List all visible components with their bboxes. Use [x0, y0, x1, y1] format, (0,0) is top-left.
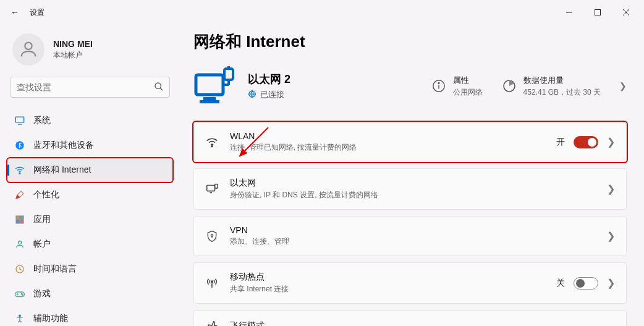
- data-usage-block[interactable]: 数据使用量 452.41 GB，过去 30 天: [501, 75, 601, 98]
- connection-name: 以太网 2: [248, 72, 290, 87]
- titlebar: ← 设置: [0, 0, 644, 25]
- svg-rect-25: [200, 100, 219, 103]
- svg-point-5: [155, 83, 161, 88]
- sidebar-item-label: 辅助功能: [33, 313, 68, 324]
- search-icon: [154, 82, 164, 93]
- card-label: 以太网: [230, 178, 378, 189]
- svg-rect-26: [224, 69, 233, 80]
- svg-point-33: [438, 83, 439, 84]
- svg-rect-36: [207, 185, 215, 191]
- profile-subtitle: 本地帐户: [53, 50, 93, 61]
- data-usage-label: 数据使用量: [523, 75, 601, 86]
- svg-point-35: [211, 145, 213, 147]
- status-main: 以太网 2 已连接: [248, 72, 290, 100]
- sidebar-item-label: 游戏: [33, 288, 51, 299]
- back-button[interactable]: ←: [4, 7, 26, 17]
- maximize-icon: [595, 9, 601, 15]
- nav-list: 系统 蓝牙和其他设备 网络和 Internet 个性化: [7, 109, 172, 326]
- apps-icon: [14, 213, 26, 226]
- chevron-right-icon: ❯: [607, 277, 615, 289]
- properties-sub: 公用网络: [453, 87, 483, 98]
- svg-rect-14: [20, 220, 23, 223]
- ethernet-icon: [205, 182, 219, 196]
- sidebar-item-label: 个性化: [33, 189, 59, 200]
- card-label: 移动热点: [230, 272, 289, 283]
- system-icon: [14, 114, 26, 127]
- avatar: [12, 33, 44, 66]
- shield-icon: [205, 229, 219, 243]
- maximize-button[interactable]: [583, 2, 612, 22]
- wlan-toggle[interactable]: [574, 136, 598, 148]
- toggle-state-label: 开: [556, 137, 565, 148]
- properties-label: 属性: [453, 75, 483, 86]
- svg-rect-11: [16, 216, 19, 219]
- connection-status: 已连接: [260, 89, 284, 100]
- card-vpn[interactable]: VPN 添加、连接、管理 ❯: [193, 216, 627, 256]
- svg-line-6: [160, 88, 163, 90]
- card-airplane[interactable]: 飞行模式: [193, 310, 627, 326]
- sidebar-item-label: 系统: [33, 115, 51, 126]
- accessibility-icon: [14, 312, 26, 325]
- clock-globe-icon: [14, 263, 26, 275]
- svg-point-15: [18, 241, 21, 244]
- sidebar-item-label: 蓝牙和其他设备: [33, 140, 94, 151]
- properties-block[interactable]: 属性 公用网络: [431, 75, 483, 98]
- sidebar-item-gaming[interactable]: 游戏: [7, 282, 172, 306]
- gamepad-icon: [14, 288, 26, 300]
- sidebar-item-time-language[interactable]: 时间和语言: [7, 257, 172, 281]
- sidebar-item-apps[interactable]: 应用: [7, 208, 172, 231]
- user-icon: [18, 39, 39, 60]
- sidebar-item-accounts[interactable]: 帐户: [7, 233, 172, 256]
- sidebar: NING MEI 本地帐户 系统 蓝牙和其他设备: [0, 25, 182, 326]
- card-hotspot[interactable]: 移动热点 共享 Internet 连接 关 ❯: [193, 262, 627, 304]
- bluetooth-icon: [14, 139, 26, 152]
- globe-icon: [248, 90, 256, 100]
- chevron-right-icon: ❯: [607, 183, 615, 195]
- page-title: 网络和 Internet: [193, 31, 627, 53]
- profile-name: NING MEI: [53, 39, 93, 49]
- svg-rect-38: [215, 184, 218, 187]
- card-wlan[interactable]: WLAN 连接, 管理已知网络, 按流量计费的网络 开 ❯: [193, 122, 627, 162]
- search-input[interactable]: [10, 77, 170, 98]
- minimize-button[interactable]: [555, 2, 583, 22]
- sidebar-item-accessibility[interactable]: 辅助功能: [7, 307, 172, 326]
- card-label: WLAN: [230, 131, 357, 141]
- close-icon: [623, 9, 629, 15]
- svg-point-21: [22, 294, 23, 296]
- sidebar-item-label: 时间和语言: [33, 264, 77, 275]
- wifi-icon: [14, 164, 26, 176]
- card-ethernet[interactable]: 以太网 身份验证, IP 和 DNS 设置, 按流量计费的网络 ❯: [193, 168, 627, 210]
- window-title: 设置: [26, 7, 44, 18]
- sidebar-item-system[interactable]: 系统: [7, 109, 172, 132]
- svg-point-39: [211, 234, 213, 236]
- svg-rect-13: [16, 220, 19, 223]
- svg-point-22: [19, 315, 21, 317]
- svg-point-10: [19, 173, 20, 174]
- minimize-icon: [566, 9, 572, 15]
- svg-rect-24: [203, 97, 216, 100]
- chevron-right-icon[interactable]: ❯: [619, 81, 627, 91]
- sidebar-item-label: 应用: [33, 214, 51, 225]
- sidebar-item-personalization[interactable]: 个性化: [7, 183, 172, 207]
- chevron-right-icon: ❯: [607, 230, 615, 242]
- svg-rect-7: [15, 117, 24, 122]
- sidebar-item-bluetooth[interactable]: 蓝牙和其他设备: [7, 134, 172, 157]
- card-sub: 连接, 管理已知网络, 按流量计费的网络: [230, 142, 357, 153]
- network-status-row: 以太网 2 已连接 属性 公用网络: [193, 66, 627, 106]
- svg-point-4: [25, 43, 32, 49]
- hotspot-toggle[interactable]: [574, 277, 598, 290]
- ethernet-status-icon: [193, 66, 235, 106]
- content-area: 网络和 Internet 以太网 2 已连接: [182, 25, 644, 326]
- card-label: 飞行模式: [230, 320, 265, 326]
- close-button[interactable]: [612, 2, 640, 22]
- profile-block[interactable]: NING MEI 本地帐户: [7, 30, 172, 77]
- card-sub: 共享 Internet 连接: [230, 284, 289, 294]
- sidebar-item-label: 帐户: [33, 239, 51, 250]
- toggle-state-label: 关: [556, 278, 565, 289]
- sidebar-item-network[interactable]: 网络和 Internet: [7, 158, 172, 182]
- card-sub: 添加、连接、管理: [230, 236, 289, 247]
- svg-rect-12: [20, 216, 23, 219]
- svg-point-9: [15, 141, 23, 149]
- data-usage-sub: 452.41 GB，过去 30 天: [523, 87, 601, 98]
- data-usage-icon: [501, 78, 517, 94]
